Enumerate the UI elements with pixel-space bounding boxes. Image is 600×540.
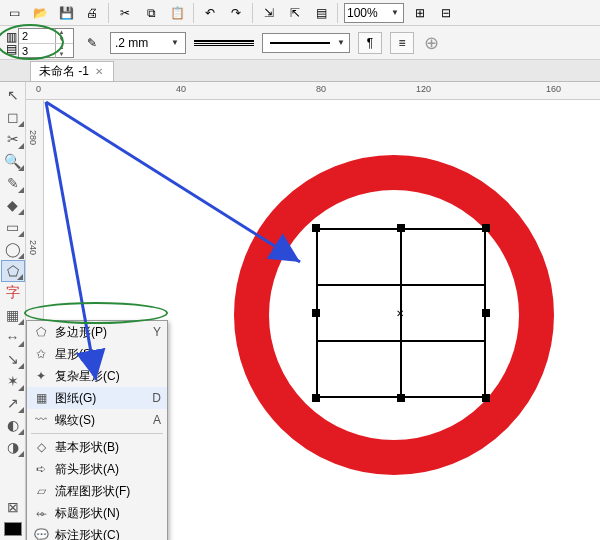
- freehand-tool[interactable]: ✎: [1, 172, 25, 194]
- ellipse-tool[interactable]: ◯: [1, 238, 25, 260]
- complex-star-icon: ✦: [33, 369, 49, 383]
- document-tab[interactable]: 未命名 -1 ✕: [30, 61, 114, 81]
- columns-input[interactable]: [19, 30, 55, 42]
- polygon-icon: ⬠: [33, 325, 49, 339]
- redo-icon[interactable]: ↷: [226, 3, 246, 23]
- flowchart-icon: ▱: [33, 484, 49, 498]
- rows-icon: ▤: [4, 43, 18, 55]
- effects-tool[interactable]: ✶: [1, 370, 25, 392]
- snap-icon[interactable]: ⊞: [410, 3, 430, 23]
- options-icon[interactable]: ⊟: [436, 3, 456, 23]
- export-icon[interactable]: ⇱: [285, 3, 305, 23]
- spiral-icon: 〰: [33, 413, 49, 427]
- polygon-flyout-menu: ⬠ 多边形(P) Y ✩ 星形(S) ✦ 复杂星形(C) ▦ 图纸(G) D 〰…: [26, 320, 168, 540]
- document-tab-strip: 未命名 -1 ✕: [0, 60, 600, 82]
- document-tab-label: 未命名 -1: [39, 63, 89, 80]
- separator: [193, 3, 194, 23]
- selection-handle[interactable]: [312, 394, 320, 402]
- selection-handle[interactable]: [482, 394, 490, 402]
- separator: [108, 3, 109, 23]
- save-icon[interactable]: 💾: [56, 3, 76, 23]
- line-style-combo[interactable]: ▼: [262, 33, 350, 53]
- zoom-tool[interactable]: 🔍: [1, 150, 25, 172]
- pen-icon[interactable]: ✎: [82, 33, 102, 53]
- separator: [252, 3, 253, 23]
- flyout-label: 星形(S): [55, 346, 141, 363]
- flyout-label: 标题形状(N): [55, 505, 161, 522]
- selection-handle[interactable]: [482, 309, 490, 317]
- zoom-input[interactable]: [347, 6, 389, 20]
- rectangle-tool[interactable]: ▭: [1, 216, 25, 238]
- paste-icon[interactable]: 📋: [167, 3, 187, 23]
- flyout-item-polygon[interactable]: ⬠ 多边形(P) Y: [27, 321, 167, 343]
- text-tool[interactable]: 字: [1, 282, 25, 304]
- crop-tool[interactable]: ✂: [1, 128, 25, 150]
- flyout-label: 流程图形状(F): [55, 483, 161, 500]
- selection-handle[interactable]: [312, 224, 320, 232]
- outline-tool[interactable]: ◑: [1, 436, 25, 458]
- flyout-shortcut: A: [147, 413, 161, 427]
- outline-width-input[interactable]: [115, 36, 163, 50]
- print-icon[interactable]: 🖨: [82, 3, 102, 23]
- wrap-para-icon[interactable]: ≡: [390, 32, 414, 54]
- eyedropper-tool[interactable]: ↗: [1, 392, 25, 414]
- polygon-flyout-tool[interactable]: ⬠: [1, 260, 25, 282]
- ruler-horizontal: 0 40 80 120 160: [26, 82, 600, 100]
- flyout-label: 多边形(P): [55, 324, 141, 341]
- open-icon[interactable]: 📂: [30, 3, 50, 23]
- new-icon[interactable]: ▭: [4, 3, 24, 23]
- fill-tool[interactable]: ◐: [1, 414, 25, 436]
- outline-width-combo[interactable]: ▼: [110, 32, 186, 54]
- separator: [31, 433, 163, 434]
- flyout-item-callout-shapes[interactable]: 💬 标注形状(C): [27, 524, 167, 540]
- add-button[interactable]: ⊕: [422, 33, 442, 53]
- selection-handle[interactable]: [397, 224, 405, 232]
- selection-handle[interactable]: [397, 394, 405, 402]
- graph-paper-icon: ▦: [33, 391, 49, 405]
- connector-tool[interactable]: ↘: [1, 348, 25, 370]
- banner-icon: ⬰: [33, 506, 49, 520]
- flyout-item-arrow-shapes[interactable]: ➪ 箭头形状(A): [27, 458, 167, 480]
- fill-swatch[interactable]: [1, 518, 25, 540]
- flyout-label: 螺纹(S): [55, 412, 141, 429]
- close-icon[interactable]: ✕: [95, 66, 103, 77]
- flyout-item-graph-paper[interactable]: ▦ 图纸(G) D: [27, 387, 167, 409]
- shape-edit-tool[interactable]: ◻: [1, 106, 25, 128]
- smart-fill-tool[interactable]: ◆: [1, 194, 25, 216]
- flyout-shortcut: D: [147, 391, 161, 405]
- copy-icon[interactable]: ⧉: [141, 3, 161, 23]
- star-icon: ✩: [33, 347, 49, 361]
- chevron-down-icon[interactable]: ▼: [335, 38, 347, 47]
- rows-input[interactable]: [19, 45, 55, 57]
- flyout-label: 标注形状(C): [55, 527, 161, 541]
- cut-icon[interactable]: ✂: [115, 3, 135, 23]
- dimension-tool[interactable]: ↔: [1, 326, 25, 348]
- pick-tool[interactable]: ↖: [1, 84, 25, 106]
- flyout-shortcut: Y: [147, 325, 161, 339]
- selection-handle[interactable]: [482, 224, 490, 232]
- selection-handle[interactable]: [312, 309, 320, 317]
- property-bar: ▥ ▤ ▲▼ ▲▼ ✎ ▼ ▼ ¶ ≡ ⊕: [0, 26, 600, 60]
- workspace: ↖ ◻ ✂ 🔍 ✎ ◆ ▭ ◯ ⬠ 字 ▦ ↔ ↘ ✶ ↗ ◐ ◑ ⊠ 0 40…: [0, 82, 600, 540]
- chevron-down-icon[interactable]: ▼: [169, 38, 181, 47]
- no-fill-swatch[interactable]: ⊠: [1, 496, 25, 518]
- flyout-label: 图纸(G): [55, 390, 141, 407]
- flyout-item-spiral[interactable]: 〰 螺纹(S) A: [27, 409, 167, 431]
- import-icon[interactable]: ⇲: [259, 3, 279, 23]
- pdf-icon[interactable]: ▤: [311, 3, 331, 23]
- flyout-label: 复杂星形(C): [55, 368, 141, 385]
- chevron-down-icon[interactable]: ▼: [389, 8, 401, 17]
- grid-size-spinner[interactable]: ▲▼ ▲▼: [18, 28, 74, 58]
- flyout-item-banner-shapes[interactable]: ⬰ 标题形状(N): [27, 502, 167, 524]
- zoom-combo[interactable]: ▼: [344, 3, 404, 23]
- toolbox: ↖ ◻ ✂ 🔍 ✎ ◆ ▭ ◯ ⬠ 字 ▦ ↔ ↘ ✶ ↗ ◐ ◑ ⊠: [0, 82, 26, 540]
- flyout-item-complex-star[interactable]: ✦ 复杂星形(C): [27, 365, 167, 387]
- undo-icon[interactable]: ↶: [200, 3, 220, 23]
- flyout-item-flowchart-shapes[interactable]: ▱ 流程图形状(F): [27, 480, 167, 502]
- flyout-label: 基本形状(B): [55, 439, 161, 456]
- flyout-item-basic-shapes[interactable]: ◇ 基本形状(B): [27, 436, 167, 458]
- table-tool[interactable]: ▦: [1, 304, 25, 326]
- wrap-text-icon[interactable]: ¶: [358, 32, 382, 54]
- flyout-item-star[interactable]: ✩ 星形(S): [27, 343, 167, 365]
- graph-paper-object[interactable]: ✕: [316, 228, 486, 398]
